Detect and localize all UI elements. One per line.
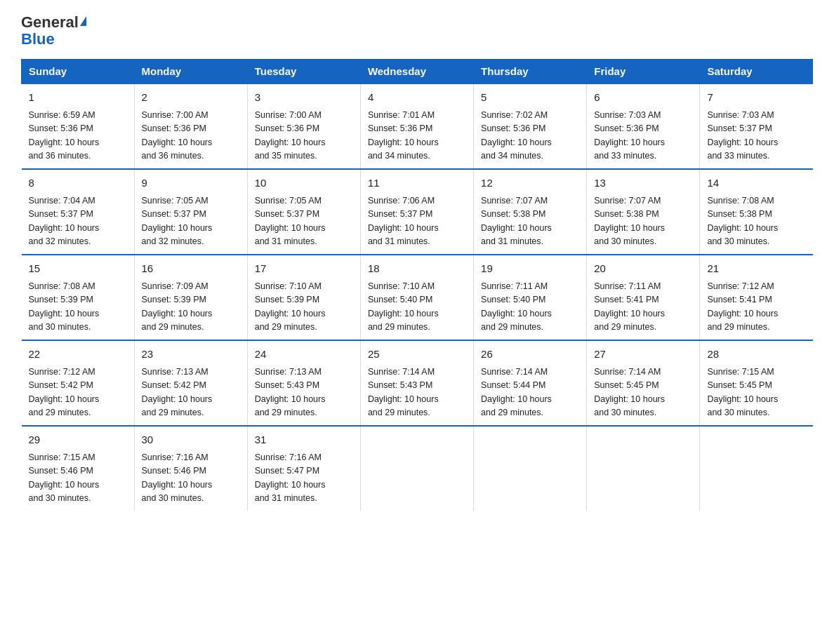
calendar-table: SundayMondayTuesdayWednesdayThursdayFrid… bbox=[21, 59, 813, 511]
day-number: 2 bbox=[142, 90, 240, 106]
calendar-cell: 10Sunrise: 7:05 AMSunset: 5:37 PMDayligh… bbox=[247, 169, 360, 255]
weekday-header-row: SundayMondayTuesdayWednesdayThursdayFrid… bbox=[22, 60, 813, 84]
calendar-cell: 27Sunrise: 7:14 AMSunset: 5:45 PMDayligh… bbox=[587, 340, 700, 426]
day-number: 4 bbox=[368, 90, 466, 106]
logo: General Blue bbox=[21, 14, 86, 48]
calendar-cell: 17Sunrise: 7:10 AMSunset: 5:39 PMDayligh… bbox=[247, 255, 360, 340]
day-info: Sunrise: 7:07 AMSunset: 5:38 PMDaylight:… bbox=[594, 194, 692, 249]
day-number: 14 bbox=[707, 175, 805, 192]
weekday-header-saturday: Saturday bbox=[700, 60, 813, 84]
day-number: 19 bbox=[481, 261, 579, 277]
week-row-3: 15Sunrise: 7:08 AMSunset: 5:39 PMDayligh… bbox=[22, 255, 813, 340]
day-number: 20 bbox=[594, 261, 692, 277]
day-info: Sunrise: 7:00 AMSunset: 5:36 PMDaylight:… bbox=[255, 109, 353, 163]
day-info: Sunrise: 7:14 AMSunset: 5:44 PMDaylight:… bbox=[481, 365, 579, 420]
week-row-2: 8Sunrise: 7:04 AMSunset: 5:37 PMDaylight… bbox=[22, 169, 813, 255]
calendar-header: SundayMondayTuesdayWednesdayThursdayFrid… bbox=[22, 60, 813, 84]
calendar-cell: 7Sunrise: 7:03 AMSunset: 5:37 PMDaylight… bbox=[700, 83, 813, 169]
day-info: Sunrise: 7:08 AMSunset: 5:38 PMDaylight:… bbox=[707, 194, 805, 249]
day-info: Sunrise: 7:14 AMSunset: 5:45 PMDaylight:… bbox=[594, 365, 692, 420]
logo-general-text: General bbox=[21, 13, 79, 31]
day-number: 6 bbox=[594, 90, 692, 106]
calendar-cell: 1Sunrise: 6:59 AMSunset: 5:36 PMDaylight… bbox=[22, 83, 135, 169]
calendar-cell: 20Sunrise: 7:11 AMSunset: 5:41 PMDayligh… bbox=[587, 255, 700, 340]
day-number: 3 bbox=[255, 90, 353, 106]
day-number: 12 bbox=[481, 175, 579, 192]
day-number: 18 bbox=[368, 261, 466, 277]
logo-triangle-icon bbox=[80, 16, 86, 26]
weekday-header-monday: Monday bbox=[134, 60, 247, 84]
calendar-cell: 2Sunrise: 7:00 AMSunset: 5:36 PMDaylight… bbox=[134, 83, 247, 169]
calendar-cell: 30Sunrise: 7:16 AMSunset: 5:46 PMDayligh… bbox=[134, 426, 247, 511]
day-number: 1 bbox=[29, 90, 127, 106]
day-info: Sunrise: 7:09 AMSunset: 5:39 PMDaylight:… bbox=[142, 280, 240, 335]
calendar-cell bbox=[587, 426, 700, 511]
day-info: Sunrise: 7:08 AMSunset: 5:39 PMDaylight:… bbox=[29, 280, 127, 335]
calendar-cell: 4Sunrise: 7:01 AMSunset: 5:36 PMDaylight… bbox=[360, 83, 473, 169]
day-number: 30 bbox=[142, 432, 240, 448]
day-info: Sunrise: 7:05 AMSunset: 5:37 PMDaylight:… bbox=[142, 194, 240, 249]
calendar-cell: 9Sunrise: 7:05 AMSunset: 5:37 PMDaylight… bbox=[134, 169, 247, 255]
calendar-cell: 19Sunrise: 7:11 AMSunset: 5:40 PMDayligh… bbox=[474, 255, 587, 340]
day-info: Sunrise: 7:11 AMSunset: 5:40 PMDaylight:… bbox=[481, 280, 579, 335]
calendar-cell bbox=[474, 426, 587, 511]
calendar-cell: 29Sunrise: 7:15 AMSunset: 5:46 PMDayligh… bbox=[22, 426, 135, 511]
day-info: Sunrise: 7:14 AMSunset: 5:43 PMDaylight:… bbox=[368, 365, 466, 420]
day-number: 15 bbox=[29, 261, 127, 277]
calendar-cell: 28Sunrise: 7:15 AMSunset: 5:45 PMDayligh… bbox=[700, 340, 813, 426]
calendar-cell: 16Sunrise: 7:09 AMSunset: 5:39 PMDayligh… bbox=[134, 255, 247, 340]
day-number: 26 bbox=[481, 347, 579, 363]
day-info: Sunrise: 7:16 AMSunset: 5:46 PMDaylight:… bbox=[142, 451, 240, 506]
day-info: Sunrise: 7:15 AMSunset: 5:46 PMDaylight:… bbox=[29, 451, 127, 506]
week-row-5: 29Sunrise: 7:15 AMSunset: 5:46 PMDayligh… bbox=[22, 426, 813, 511]
day-info: Sunrise: 7:12 AMSunset: 5:41 PMDaylight:… bbox=[707, 280, 805, 335]
calendar-cell: 23Sunrise: 7:13 AMSunset: 5:42 PMDayligh… bbox=[134, 340, 247, 426]
weekday-header-friday: Friday bbox=[587, 60, 700, 84]
calendar-cell: 14Sunrise: 7:08 AMSunset: 5:38 PMDayligh… bbox=[700, 169, 813, 255]
day-number: 16 bbox=[142, 261, 240, 277]
day-info: Sunrise: 6:59 AMSunset: 5:36 PMDaylight:… bbox=[29, 109, 127, 163]
calendar-cell: 11Sunrise: 7:06 AMSunset: 5:37 PMDayligh… bbox=[360, 169, 473, 255]
calendar-cell: 3Sunrise: 7:00 AMSunset: 5:36 PMDaylight… bbox=[247, 83, 360, 169]
day-number: 8 bbox=[29, 175, 127, 192]
calendar-body: 1Sunrise: 6:59 AMSunset: 5:36 PMDaylight… bbox=[22, 83, 813, 511]
day-info: Sunrise: 7:15 AMSunset: 5:45 PMDaylight:… bbox=[707, 365, 805, 420]
page-header: General Blue bbox=[21, 14, 813, 48]
day-number: 24 bbox=[255, 347, 353, 363]
calendar-cell: 31Sunrise: 7:16 AMSunset: 5:47 PMDayligh… bbox=[247, 426, 360, 511]
weekday-header-wednesday: Wednesday bbox=[360, 60, 473, 84]
day-info: Sunrise: 7:03 AMSunset: 5:36 PMDaylight:… bbox=[594, 109, 692, 163]
day-number: 21 bbox=[707, 261, 805, 277]
weekday-header-thursday: Thursday bbox=[474, 60, 587, 84]
calendar-cell: 18Sunrise: 7:10 AMSunset: 5:40 PMDayligh… bbox=[360, 255, 473, 340]
calendar-cell: 26Sunrise: 7:14 AMSunset: 5:44 PMDayligh… bbox=[474, 340, 587, 426]
day-number: 25 bbox=[368, 347, 466, 363]
weekday-header-tuesday: Tuesday bbox=[247, 60, 360, 84]
calendar-cell: 24Sunrise: 7:13 AMSunset: 5:43 PMDayligh… bbox=[247, 340, 360, 426]
day-info: Sunrise: 7:12 AMSunset: 5:42 PMDaylight:… bbox=[29, 365, 127, 420]
logo-blue-text: Blue bbox=[21, 30, 55, 48]
day-number: 10 bbox=[255, 175, 353, 192]
calendar-cell: 5Sunrise: 7:02 AMSunset: 5:36 PMDaylight… bbox=[474, 83, 587, 169]
calendar-cell: 21Sunrise: 7:12 AMSunset: 5:41 PMDayligh… bbox=[700, 255, 813, 340]
day-number: 11 bbox=[368, 175, 466, 192]
day-info: Sunrise: 7:05 AMSunset: 5:37 PMDaylight:… bbox=[255, 194, 353, 249]
day-number: 23 bbox=[142, 347, 240, 363]
day-number: 7 bbox=[707, 90, 805, 106]
calendar-cell: 15Sunrise: 7:08 AMSunset: 5:39 PMDayligh… bbox=[22, 255, 135, 340]
day-info: Sunrise: 7:01 AMSunset: 5:36 PMDaylight:… bbox=[368, 109, 466, 163]
day-info: Sunrise: 7:16 AMSunset: 5:47 PMDaylight:… bbox=[255, 451, 353, 506]
day-info: Sunrise: 7:04 AMSunset: 5:37 PMDaylight:… bbox=[29, 194, 127, 249]
day-number: 13 bbox=[594, 175, 692, 192]
day-info: Sunrise: 7:07 AMSunset: 5:38 PMDaylight:… bbox=[481, 194, 579, 249]
day-info: Sunrise: 7:10 AMSunset: 5:40 PMDaylight:… bbox=[368, 280, 466, 335]
day-number: 27 bbox=[594, 347, 692, 363]
day-number: 9 bbox=[142, 175, 240, 192]
day-number: 29 bbox=[29, 432, 127, 448]
calendar-cell: 6Sunrise: 7:03 AMSunset: 5:36 PMDaylight… bbox=[587, 83, 700, 169]
calendar-cell: 22Sunrise: 7:12 AMSunset: 5:42 PMDayligh… bbox=[22, 340, 135, 426]
day-info: Sunrise: 7:03 AMSunset: 5:37 PMDaylight:… bbox=[707, 109, 805, 163]
day-number: 17 bbox=[255, 261, 353, 277]
week-row-4: 22Sunrise: 7:12 AMSunset: 5:42 PMDayligh… bbox=[22, 340, 813, 426]
calendar-cell: 13Sunrise: 7:07 AMSunset: 5:38 PMDayligh… bbox=[587, 169, 700, 255]
